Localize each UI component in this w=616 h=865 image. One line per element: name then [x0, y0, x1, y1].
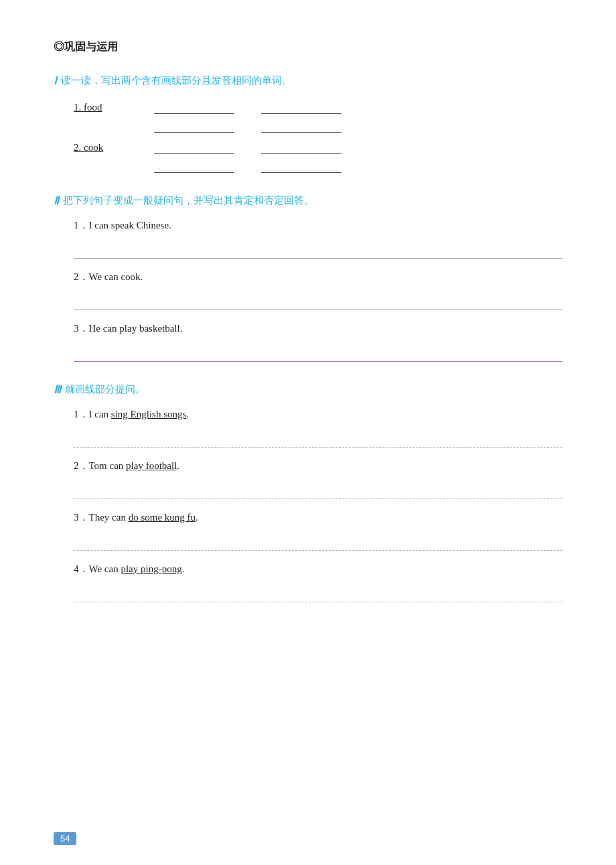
write-line[interactable]: [261, 161, 341, 173]
write-line[interactable]: [154, 161, 234, 173]
answer-line-purple[interactable]: [74, 348, 562, 362]
section-1: Ⅰ 读一读，写出两个含有画线部分且发音相同的单词。 1. food 2. coo…: [54, 74, 562, 173]
item-1-label: 1. food: [74, 99, 154, 113]
item-sentence: 3．He can play basketball.: [74, 323, 182, 334]
write-line[interactable]: [261, 142, 341, 154]
write-line[interactable]: [261, 121, 341, 133]
item-sentence: 2．We can cook.: [74, 271, 143, 282]
section-3-label: Ⅲ 就画线部分提问。: [54, 383, 562, 396]
section-2-label: Ⅱ 把下列句子变成一般疑问句，并写出其肯定和否定回答。: [54, 194, 562, 207]
section-2-items: 1．I can speak Chinese. 2．We can cook. 3．…: [74, 219, 562, 362]
write-line[interactable]: [154, 102, 234, 114]
header-title-text: ◎巩固与运用: [54, 40, 118, 54]
item-sentence: 2．Tom can play football.: [74, 460, 179, 471]
item-2-label: 2. cook: [74, 139, 154, 153]
item-2-lines-left: [154, 139, 261, 173]
section-3-item-3: 3．They can do some kung fu.: [74, 511, 562, 551]
section-1-label: Ⅰ 读一读，写出两个含有画线部分且发音相同的单词。: [54, 74, 562, 87]
section-2-item-3: 3．He can play basketball.: [74, 322, 562, 362]
answer-line-dashed[interactable]: [74, 537, 562, 551]
section-2-item-2: 2．We can cook.: [74, 271, 562, 310]
section-2-roman: Ⅱ: [54, 194, 59, 207]
section-2-instruction: 把下列句子变成一般疑问句，并写出其肯定和否定回答。: [63, 194, 314, 207]
item-sentence: 1．I can sing English songs.: [74, 409, 189, 419]
write-line[interactable]: [261, 102, 341, 114]
section-1-roman: Ⅰ: [54, 74, 57, 87]
section-1-instruction: 读一读，写出两个含有画线部分且发音相同的单词。: [61, 74, 292, 87]
section-1-item-1: 1. food: [74, 99, 562, 133]
write-line[interactable]: [154, 121, 234, 133]
section-2: Ⅱ 把下列句子变成一般疑问句，并写出其肯定和否定回答。 1．I can spea…: [54, 194, 562, 362]
section-2-item-1: 1．I can speak Chinese.: [74, 219, 562, 259]
page-number-text: 54: [60, 834, 70, 844]
item-sentence: 4．We can play ping-pong.: [74, 563, 184, 574]
page-number: 54: [54, 832, 76, 845]
item-1-lines-left: [154, 99, 261, 133]
answer-line[interactable]: [74, 245, 562, 259]
section-3-items: 1．I can sing English songs. 2．Tom can pl…: [74, 408, 562, 602]
item-sentence: 1．I can speak Chinese.: [74, 220, 171, 230]
section-1-item-2: 2. cook: [74, 139, 562, 173]
section-3-item-2: 2．Tom can play football.: [74, 460, 562, 499]
section-3-roman: Ⅲ: [54, 383, 61, 396]
item-sentence: 3．They can do some kung fu.: [74, 512, 198, 523]
item-2-lines-right: [261, 139, 368, 173]
main-title: ◎巩固与运用: [54, 40, 118, 54]
section-3-instruction: 就画线部分提问。: [65, 383, 145, 396]
section-3: Ⅲ 就画线部分提问。 1．I can sing English songs. 2…: [54, 383, 562, 602]
answer-line-dashed[interactable]: [74, 434, 562, 448]
answer-line-dashed[interactable]: [74, 589, 562, 602]
item-1-lines-right: [261, 99, 368, 133]
section-3-item-4: 4．We can play ping-pong.: [74, 563, 562, 602]
section-3-item-1: 1．I can sing English songs.: [74, 408, 562, 448]
write-line[interactable]: [154, 142, 234, 154]
answer-line[interactable]: [74, 297, 562, 310]
page-header: ◎巩固与运用: [54, 40, 562, 54]
answer-line-dashed[interactable]: [74, 486, 562, 499]
